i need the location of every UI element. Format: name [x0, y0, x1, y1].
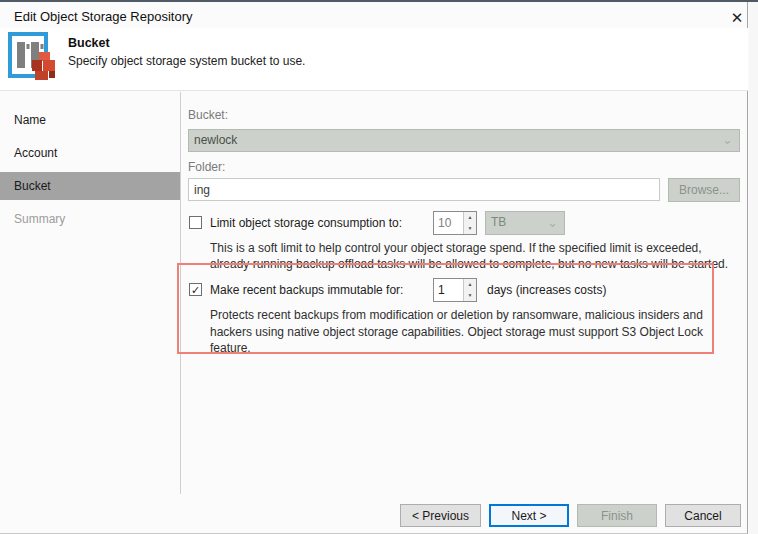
sidebar-item-bucket[interactable]: Bucket — [0, 172, 180, 200]
spinner-up-icon[interactable]: ▲ — [464, 212, 476, 223]
window-title: Edit Object Storage Repository — [14, 9, 192, 24]
immutable-help-text: Protects recent backups from modificatio… — [210, 307, 703, 357]
folder-input[interactable] — [188, 178, 660, 201]
cancel-button[interactable]: Cancel — [665, 504, 741, 527]
next-button[interactable]: Next > — [489, 504, 569, 527]
spinner-down-icon[interactable]: ▼ — [464, 223, 476, 234]
bucket-dropdown[interactable]: newlock ⌄ — [188, 129, 740, 152]
bucket-label: Bucket: — [188, 108, 228, 122]
sidebar-item-account[interactable]: Account — [0, 139, 180, 167]
sidebar-item-summary[interactable]: Summary — [0, 205, 180, 233]
wizard-banner: Bucket Specify object storage system buc… — [0, 28, 748, 90]
spinner-up-icon[interactable]: ▲ — [464, 279, 476, 290]
immutable-suffix-label: days (increases costs) — [487, 283, 606, 297]
limit-value: 10 — [438, 216, 451, 230]
step-subtitle: Specify object storage system bucket to … — [68, 54, 305, 68]
desktop-background — [749, 2, 758, 534]
bucket-dropdown-value: newlock — [194, 133, 237, 147]
immutable-checkbox[interactable]: ✓ — [189, 283, 202, 296]
immutable-help-line2: hackers using native object storage capa… — [210, 324, 703, 341]
sidebar-item-name[interactable]: Name — [0, 106, 180, 134]
previous-button[interactable]: < Previous — [400, 504, 481, 527]
limit-consumption-label: Limit object storage consumption to: — [210, 216, 402, 230]
limit-help-line1: This is a soft limit to help control you… — [210, 240, 728, 256]
immutable-help-line1: Protects recent backups from modificatio… — [210, 307, 703, 324]
limit-value-spinner[interactable]: 10 ▲ ▼ — [433, 211, 477, 235]
limit-unit-value: TB — [491, 215, 506, 229]
limit-unit-dropdown[interactable]: TB ⌄ — [485, 211, 565, 235]
banner-separator — [0, 90, 748, 91]
immutable-label: Make recent backups immutable for: — [210, 283, 403, 297]
immutable-days-spinner[interactable]: 1 ▲ ▼ — [433, 278, 477, 302]
limit-spinner-arrows: ▲ ▼ — [463, 212, 476, 234]
object-storage-repository-icon — [8, 32, 62, 84]
limit-consumption-checkbox[interactable] — [189, 216, 202, 229]
folder-label: Folder: — [188, 160, 225, 174]
immutable-days-value: 1 — [438, 283, 445, 297]
step-title: Bucket — [68, 36, 110, 50]
finish-button[interactable]: Finish — [577, 504, 657, 527]
spinner-down-icon[interactable]: ▼ — [464, 290, 476, 301]
chevron-down-icon: ⌄ — [547, 212, 558, 233]
browse-button[interactable]: Browse... — [668, 178, 740, 202]
chevron-down-icon: ⌄ — [722, 130, 733, 149]
immutable-help-line3: feature. — [210, 340, 703, 357]
dialog-edit-object-storage-repository: Edit Object Storage Repository ✕ Bucket … — [0, 2, 748, 534]
immutable-spinner-arrows: ▲ ▼ — [463, 279, 476, 301]
